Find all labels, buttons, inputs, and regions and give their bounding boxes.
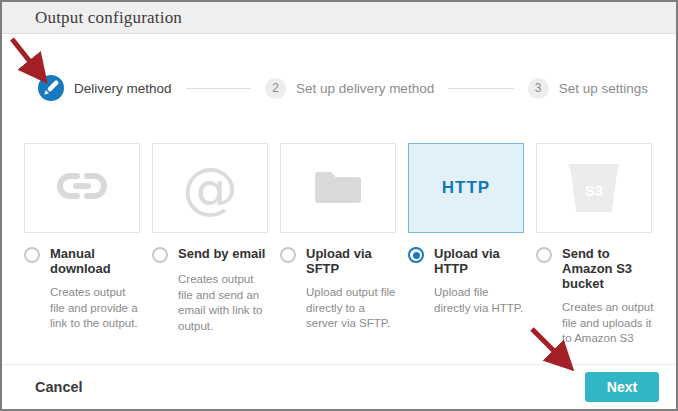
step-setup-settings: 3 Set up settings [528,78,648,99]
radio-circle[interactable] [24,247,40,263]
option-card-upload-sftp[interactable] [280,143,396,233]
link-icon [53,169,111,207]
option-card-amazon-s3[interactable]: S3 [536,143,652,233]
folder-icon [312,166,364,210]
step-label: Set up settings [559,81,648,96]
radio-send-by-email[interactable]: Send by email [152,246,268,263]
option-upload-http: HTTP Upload via HTTP Upload file directl… [408,143,524,347]
dialog-header: Output configuration [2,2,676,34]
delivery-options: Manual download Creates output file and … [2,143,676,347]
step-label: Set up delivery method [296,81,434,96]
step-connector [448,88,514,89]
option-send-by-email: @ Send by email Creates output file and … [152,143,268,347]
step-number: 2 [265,78,286,99]
option-amazon-s3: S3 Send to Amazon S3 bucket Creates an o… [536,143,652,347]
radio-circle[interactable] [152,247,168,263]
radio-upload-http[interactable]: Upload via HTTP [408,246,524,276]
option-card-upload-http[interactable]: HTTP [408,143,524,233]
option-label[interactable]: Upload via SFTP [306,246,396,276]
step-label: Delivery method [74,81,172,96]
option-label[interactable]: Send to Amazon S3 bucket [562,246,652,291]
s3-bucket-label: S3 [585,182,603,199]
pencil-icon [38,75,64,101]
option-manual-download: Manual download Creates output file and … [24,143,140,347]
option-label[interactable]: Manual download [50,246,140,276]
radio-upload-sftp[interactable]: Upload via SFTP [280,246,396,276]
cancel-button[interactable]: Cancel [35,379,83,395]
option-description: Creates output file and send an email wi… [178,272,270,334]
output-configuration-dialog: Output configuration Delivery method 2 S… [0,0,678,411]
dialog-title: Output configuration [35,8,182,28]
step-connector [186,88,252,89]
at-icon: @ [182,160,238,216]
radio-circle[interactable] [536,247,552,263]
option-card-send-by-email[interactable]: @ [152,143,268,233]
radio-manual-download[interactable]: Manual download [24,246,140,276]
step-setup-delivery-method: 2 Set up delivery method [265,78,434,99]
option-label[interactable]: Send by email [178,246,267,261]
s3-bucket-icon: S3 [568,164,620,212]
option-description: Upload output file directly to a server … [306,285,398,332]
step-delivery-method: Delivery method [38,75,172,101]
radio-amazon-s3[interactable]: Send to Amazon S3 bucket [536,246,652,291]
wizard-stepper: Delivery method 2 Set up delivery method… [2,75,676,101]
red-arrow-step-icon [12,39,43,78]
radio-circle[interactable] [408,247,424,263]
option-card-manual-download[interactable] [24,143,140,233]
radio-circle[interactable] [280,247,296,263]
option-description: Upload file directly via HTTP. [434,285,526,316]
http-text: HTTP [442,178,490,198]
option-upload-sftp: Upload via SFTP Upload output file direc… [280,143,396,347]
option-label[interactable]: Upload via HTTP [434,246,524,276]
option-description: Creates an output file and uploads it to… [562,300,654,347]
next-button[interactable]: Next [585,372,659,402]
dialog-footer: Cancel Next [2,364,676,409]
step-number: 3 [528,78,549,99]
option-description: Creates output file and provide a link t… [50,285,142,332]
